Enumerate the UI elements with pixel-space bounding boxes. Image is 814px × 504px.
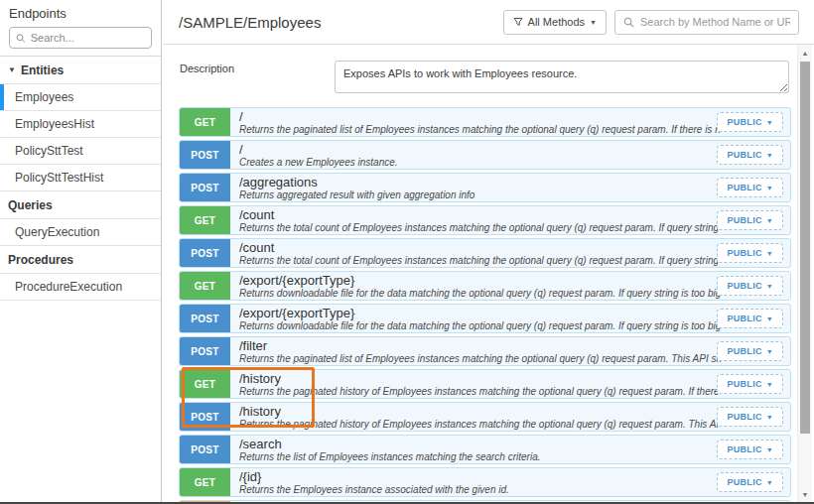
access-label: PUBLIC xyxy=(727,379,761,389)
sidebar-item-policystttest[interactable]: PolicySttTest xyxy=(0,137,161,164)
access-dropdown-button[interactable]: PUBLIC▼ xyxy=(717,178,783,197)
endpoint-info: /Creates a new Employees instance. xyxy=(230,141,790,169)
collapse-caret-icon: ▼ xyxy=(8,66,16,74)
endpoint-row-get-count[interactable]: GET/countReturns the total count of Empl… xyxy=(179,205,791,235)
access-label: PUBLIC xyxy=(727,346,761,356)
search-icon xyxy=(623,17,634,28)
scroll-down-arrow-icon[interactable]: ▼ xyxy=(798,487,812,501)
endpoint-info: /countReturns the total count of Employe… xyxy=(230,206,790,234)
description-textarea[interactable]: Exposes APIs to work with Employees reso… xyxy=(335,61,789,93)
chevron-down-icon: ▼ xyxy=(766,119,773,126)
endpoint-row-post-export-exporttype-[interactable]: POST/export/{exportType}Returns download… xyxy=(179,304,791,333)
endpoint-row-post-aggregations[interactable]: POST/aggregationsReturns aggregated resu… xyxy=(179,173,791,202)
endpoint-row-get-[interactable]: GET/Returns the paginated list of Employ… xyxy=(179,107,791,137)
sidebar-item-queryexecution[interactable]: QueryExecution xyxy=(0,218,161,245)
endpoint-row-post-filter[interactable]: POST/filterReturns the paginated list of… xyxy=(179,336,791,366)
main-header: /SAMPLE/Employees All Methods ▼ xyxy=(163,0,814,45)
sidebar-search-input[interactable] xyxy=(31,32,145,44)
chevron-down-icon: ▼ xyxy=(766,348,773,355)
endpoint-info: /Returns the paginated list of Employees… xyxy=(230,108,790,136)
sidebar-item-employees[interactable]: Employees xyxy=(0,83,161,110)
endpoint-description: Returns the Employees instance associate… xyxy=(239,484,721,496)
access-label: PUBLIC xyxy=(727,412,761,422)
access-dropdown-button[interactable]: PUBLIC▼ xyxy=(717,374,783,394)
sidebar-section-label: Queries xyxy=(8,198,53,212)
sidebar-sections: ▼EntitiesEmployeesEmployeesHistPolicyStt… xyxy=(0,57,161,301)
access-dropdown-button[interactable]: PUBLIC▼ xyxy=(717,440,783,459)
endpoint-path: / xyxy=(239,110,721,124)
search-icon xyxy=(16,33,26,44)
sidebar-divider xyxy=(0,300,161,301)
endpoint-row-post-[interactable]: POST/Creates a new Employees instance.PU… xyxy=(179,140,791,170)
chevron-down-icon: ▼ xyxy=(766,315,773,322)
scrollbar-thumb[interactable] xyxy=(800,62,810,434)
endpoint-row-post-count[interactable]: POST/countReturns the total count of Emp… xyxy=(179,238,791,268)
endpoint-row-post-history[interactable]: POST/historyReturns the paginated histor… xyxy=(179,402,791,432)
endpoint-path: /history xyxy=(239,372,721,386)
vertical-scrollbar[interactable]: ▲ ▼ xyxy=(797,45,812,502)
access-dropdown-button[interactable]: PUBLIC▼ xyxy=(717,472,783,492)
access-dropdown-button[interactable]: PUBLIC▼ xyxy=(717,341,783,361)
endpoint-path: /search xyxy=(239,438,721,451)
access-dropdown-button[interactable]: PUBLIC▼ xyxy=(717,145,783,165)
endpoint-row-get-id-[interactable]: GET/{id}Returns the Employees instance a… xyxy=(179,467,791,497)
access-label: PUBLIC xyxy=(727,314,761,323)
access-dropdown-button[interactable]: PUBLIC▼ xyxy=(717,112,783,132)
sidebar-search-box[interactable] xyxy=(9,27,152,49)
endpoint-row-post-search[interactable]: POST/searchReturns the list of Employees… xyxy=(179,435,791,464)
endpoint-info: /historyReturns the paginated history of… xyxy=(230,403,790,431)
method-badge: GET xyxy=(180,108,230,136)
endpoint-row-get-export-exporttype-[interactable]: GET/export/{exportType}Returns downloada… xyxy=(179,271,791,301)
endpoint-description: Returns the paginated list of Employees … xyxy=(239,124,721,136)
access-dropdown-button[interactable]: PUBLIC▼ xyxy=(717,309,783,328)
method-search-input[interactable] xyxy=(640,16,790,28)
access-dropdown-button[interactable]: PUBLIC▼ xyxy=(717,276,783,296)
access-dropdown-button[interactable]: PUBLIC▼ xyxy=(717,407,783,427)
main-panel: /SAMPLE/Employees All Methods ▼ Descript… xyxy=(163,0,814,504)
sidebar-item-policystttesthist[interactable]: PolicySttTestHist xyxy=(0,164,161,190)
all-methods-label: All Methods xyxy=(528,16,585,28)
method-badge: POST xyxy=(180,141,230,169)
endpoint-path: /filter xyxy=(239,339,721,353)
sidebar-item-procedureexecution[interactable]: ProcedureExecution xyxy=(0,273,161,300)
access-dropdown-button[interactable]: PUBLIC▼ xyxy=(717,243,783,263)
endpoint-path: / xyxy=(239,143,721,157)
method-badge: GET xyxy=(180,206,230,234)
endpoint-description: Returns the total count of Employees ins… xyxy=(239,222,721,234)
sidebar-section-entities[interactable]: ▼Entities xyxy=(0,57,161,83)
endpoint-info: /historyReturns the paginated history of… xyxy=(230,370,790,398)
access-label: PUBLIC xyxy=(727,248,761,258)
access-dropdown-button[interactable]: PUBLIC▼ xyxy=(717,210,783,230)
method-badge: GET xyxy=(180,468,230,496)
scroll-up-arrow-icon[interactable]: ▲ xyxy=(798,46,812,60)
method-badge: POST xyxy=(180,174,230,201)
all-methods-dropdown[interactable]: All Methods ▼ xyxy=(503,10,607,35)
access-label: PUBLIC xyxy=(727,444,761,454)
sidebar-section-queries[interactable]: Queries xyxy=(0,190,161,218)
sidebar-item-employeeshist[interactable]: EmployeesHist xyxy=(0,110,161,137)
chevron-down-icon: ▼ xyxy=(766,414,773,421)
endpoint-list: GET/Returns the paginated list of Employ… xyxy=(179,107,791,504)
endpoint-row-get-history[interactable]: GET/historyReturns the paginated history… xyxy=(179,369,791,399)
description-label: Description xyxy=(180,63,234,74)
chevron-down-icon: ▼ xyxy=(766,446,773,453)
endpoint-description: Returns aggregated result with given agg… xyxy=(239,189,721,201)
endpoint-description: Returns the paginated history of Employe… xyxy=(239,386,721,398)
method-badge: GET xyxy=(180,272,230,300)
endpoint-info: /export/{exportType}Returns downloadable… xyxy=(230,272,790,300)
sidebar-section-label: Entities xyxy=(21,63,64,77)
endpoint-path: /{id} xyxy=(239,470,721,484)
chevron-down-icon: ▼ xyxy=(766,283,773,290)
page-title: /SAMPLE/Employees xyxy=(179,14,321,31)
sidebar-section-procedures[interactable]: Procedures xyxy=(0,245,161,273)
chevron-down-icon: ▼ xyxy=(766,250,773,257)
endpoint-info: /searchReturns the list of Employees ins… xyxy=(230,436,790,463)
endpoint-path: /export/{exportType} xyxy=(239,274,721,288)
method-badge: GET xyxy=(180,370,230,398)
endpoint-description: Returns the list of Employees instances … xyxy=(239,451,721,463)
endpoint-description: Creates a new Employees instance. xyxy=(239,157,721,169)
api-endpoints-screen: Endpoints ▼EntitiesEmployeesEmployeesHis… xyxy=(0,0,814,504)
method-search-box[interactable] xyxy=(614,10,799,35)
endpoint-description: Returns downloadable file for the data m… xyxy=(239,320,721,332)
chevron-down-icon: ▼ xyxy=(766,381,773,388)
